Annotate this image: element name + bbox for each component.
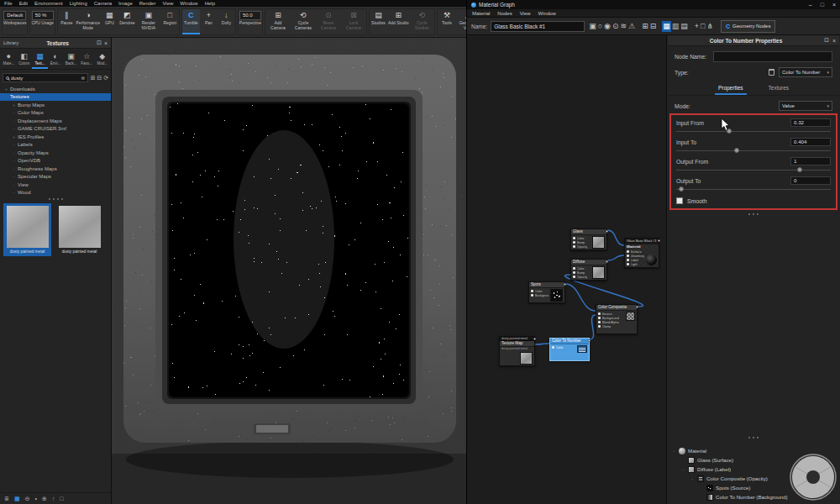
output-port-dot[interactable] <box>658 239 660 242</box>
search-box[interactable]: ⊗ <box>3 73 88 82</box>
zoom-out-icon[interactable]: ⊖ <box>25 496 30 502</box>
node-glass-basic-black-1[interactable]: Glass Basic Black #1MaterialSurfaceGeome… <box>624 238 659 268</box>
delete-node-icon[interactable] <box>769 69 774 76</box>
save-icon[interactable]: ▣ <box>588 21 597 32</box>
slider-thumb[interactable] <box>797 167 802 172</box>
perspective-button[interactable]: 50.0Perspective <box>239 9 262 34</box>
tree-item-displacement-maps[interactable]: -Displacement Maps <box>0 117 111 125</box>
tree-item-wood[interactable]: -Wood <box>0 189 111 197</box>
target-icon[interactable]: ⊙ <box>612 21 620 32</box>
compact-view-icon[interactable]: ▥ <box>671 21 680 32</box>
node-diffuse[interactable]: DiffuseColorBumpOpacity <box>570 259 607 281</box>
menu-window[interactable]: Window <box>180 1 197 6</box>
tree-item-bump-maps[interactable]: +Bump Maps <box>0 101 111 109</box>
port-opacity[interactable]: Opacity <box>573 244 591 249</box>
tab-textures[interactable]: Textures <box>765 83 793 95</box>
menu-edit[interactable]: Edit <box>19 1 28 6</box>
library-tab-materials[interactable]: ●Mate... <box>1 50 17 69</box>
menu-environment[interactable]: Environment <box>34 1 63 6</box>
menu-render[interactable]: Render <box>139 1 156 6</box>
render-viewport[interactable] <box>112 38 466 504</box>
add-icon[interactable]: + <box>694 21 700 32</box>
popout-icon[interactable]: ⊡ <box>824 37 829 44</box>
port-background[interactable]: Background <box>531 293 549 297</box>
library-tab-environments[interactable]: ◐Envi... <box>48 50 64 69</box>
library-tab-models[interactable]: ◆Mod... <box>94 50 110 69</box>
zoom-slider-icon[interactable]: • <box>34 496 36 501</box>
import-folder-icon[interactable]: ⊟ <box>97 74 102 82</box>
tree-item-openvdb[interactable]: -OpenVDB <box>0 157 111 165</box>
geometry-view-button[interactable]: △Geometry View <box>455 9 466 34</box>
port-clamp[interactable]: Clamp <box>598 324 624 328</box>
menu-help[interactable]: Help <box>205 1 215 6</box>
tree-item-downloads[interactable]: +Downloads <box>0 85 111 93</box>
duplicate-icon[interactable]: ⊞ <box>641 21 649 32</box>
field-value-input[interactable]: 0 <box>790 176 831 185</box>
dolly-button[interactable]: ↓Dolly <box>218 9 235 34</box>
output-port-dot[interactable] <box>606 230 608 233</box>
material-ball-icon[interactable]: ◉ <box>603 21 612 32</box>
refresh-icon[interactable]: ⟳ <box>103 74 108 82</box>
cpu-usage-button[interactable]: 50 %CPU Usage <box>30 9 54 34</box>
split-icon[interactable]: ⋔ <box>706 21 714 32</box>
tree-item-opacity-maps[interactable]: -Opacity Maps <box>0 149 111 157</box>
library-tab-backplates[interactable]: ▣Back... <box>63 50 79 69</box>
node-graph-canvas[interactable]: GlassColorBumpOpacityGlass Basic Black #… <box>467 35 667 504</box>
pan-button[interactable]: +Pan <box>200 9 218 34</box>
zoom-in-icon[interactable]: ⊕ <box>42 496 47 502</box>
type-dropdown[interactable]: Color To Number▾ <box>779 67 832 77</box>
menu-camera[interactable]: Camera <box>94 1 112 6</box>
port-color[interactable]: Color <box>552 345 575 349</box>
node-spots[interactable]: SpotsColorBackground <box>528 281 565 303</box>
port-opacity[interactable]: Opacity <box>573 275 591 279</box>
menu-image[interactable]: Image <box>118 1 133 6</box>
menu-window[interactable]: Window <box>538 11 556 16</box>
tree-item-labels[interactable]: -Labels <box>0 141 111 150</box>
grid-view-icon[interactable]: ▦ <box>14 496 20 502</box>
mode-dropdown[interactable]: Value▾ <box>779 101 832 111</box>
menu-nodes[interactable]: Nodes <box>497 11 512 16</box>
tree-item-roughness-maps[interactable]: -Roughness Maps <box>0 165 111 173</box>
node-color-composite[interactable]: Color CompositeSourceBackgroundBlend Alp… <box>596 304 638 334</box>
frame-icon[interactable]: □ <box>700 21 706 32</box>
node-name-input[interactable] <box>713 51 832 62</box>
tumble-button[interactable]: CTumble <box>182 9 200 34</box>
cycle-cameras-button[interactable]: ⟲Cycle Cameras <box>291 9 316 34</box>
output-port-dot[interactable] <box>533 338 536 340</box>
denoise-button[interactable]: ◩Denoise <box>118 9 136 34</box>
close-icon[interactable]: × <box>832 38 836 44</box>
add-studio-button[interactable]: ⊞Add Studio <box>387 9 409 34</box>
folder-icon[interactable]: □ <box>60 496 63 501</box>
slider-thumb[interactable] <box>679 186 684 192</box>
menu-file[interactable]: File <box>4 1 13 6</box>
library-tab-favorites[interactable]: ☆Favo... <box>79 50 95 69</box>
smooth-checkbox[interactable] <box>676 197 683 204</box>
material-graph-titlebar[interactable]: Material Graph –□× <box>467 0 840 9</box>
menu-view[interactable]: View <box>162 1 173 6</box>
output-port-dot[interactable] <box>564 283 566 286</box>
slider-thumb[interactable] <box>734 148 739 153</box>
minimize-button[interactable]: – <box>809 1 812 9</box>
delete-icon[interactable]: ⊟ <box>649 21 658 32</box>
perspective-value[interactable]: 50.0 <box>239 11 261 20</box>
levels-icon[interactable]: ≋ <box>620 21 628 32</box>
cpu-usage-value[interactable]: 50 % <box>32 11 54 20</box>
add-camera-button[interactable]: ⊞Add Camera <box>265 9 291 34</box>
close-icon[interactable]: × <box>104 40 108 46</box>
library-tab-colors[interactable]: ◧Colors <box>17 50 33 69</box>
add-folder-icon[interactable]: ⊞ <box>90 74 95 82</box>
output-port-dot[interactable] <box>636 306 638 308</box>
tree-item-textures[interactable]: -Textures <box>0 93 111 102</box>
wide-view-icon[interactable]: ▤ <box>680 21 689 32</box>
output-port-dot[interactable] <box>606 260 608 263</box>
splitter-handle[interactable] <box>668 212 839 217</box>
gpu-button[interactable]: ▦GPU <box>101 9 118 34</box>
tree-item-view[interactable]: -View <box>0 181 111 189</box>
texture-thumbnail[interactable]: dusty painted metal <box>3 203 51 256</box>
pause-button[interactable]: ∥Pause <box>58 9 76 34</box>
field-slider[interactable] <box>676 166 831 174</box>
library-tab-textures[interactable]: ▦Text... <box>32 50 48 69</box>
search-input[interactable] <box>11 76 79 81</box>
geometry-nodes-button[interactable]: C Geometry Nodes <box>721 20 775 33</box>
material-name-input[interactable] <box>491 21 585 32</box>
